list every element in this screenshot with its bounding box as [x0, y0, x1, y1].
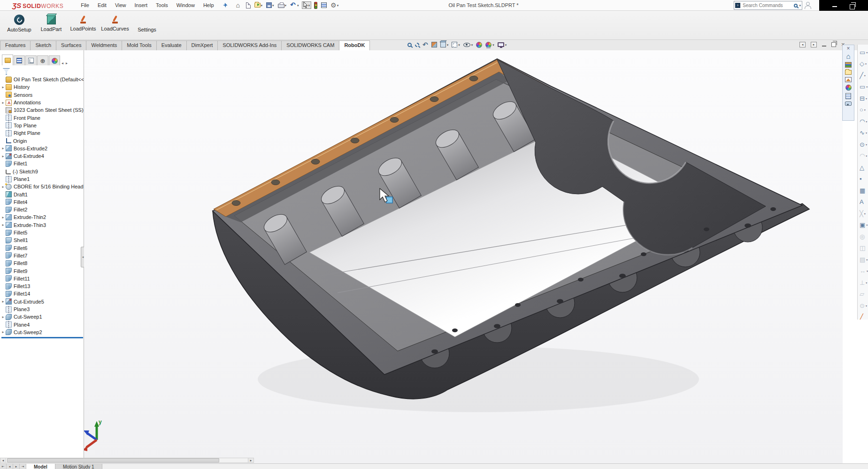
expand-arrow-icon[interactable]: ▸	[1, 299, 5, 304]
sketch-tool-dropdown[interactable]: ▾	[866, 223, 868, 227]
command-tab[interactable]: DimXpert	[186, 40, 218, 50]
task-pane-close-icon[interactable]: ×	[846, 46, 850, 51]
zoom-to-fit-button[interactable]	[407, 43, 412, 47]
sketch-tool-button[interactable]: ▭ ▾	[860, 47, 868, 58]
window-minimize-button[interactable]	[832, 6, 837, 7]
document-minimize-button[interactable]	[822, 46, 826, 47]
undo-dropdown[interactable]: ▾	[297, 4, 299, 7]
expand-arrow-icon[interactable]: ▸	[1, 215, 5, 219]
tree-root-item[interactable]: Oil Pan Test Sketch (Default<<Default>_	[1, 76, 84, 83]
tree-item[interactable]: ▸ Fillet5	[1, 229, 84, 236]
expand-arrow-icon[interactable]: ▸	[1, 223, 5, 227]
sketch-tool-button[interactable]: ◇ ▾	[860, 58, 867, 70]
tree-item[interactable]: ▸ Cut-Extrude4	[1, 152, 84, 160]
print-button[interactable]: ▾	[277, 2, 288, 8]
options-dropdown[interactable]: ▾	[337, 4, 339, 7]
tree-item[interactable]: ▸ Fillet6	[1, 244, 84, 252]
view-settings-dropdown[interactable]: ▾	[505, 43, 507, 47]
tree-item[interactable]: ▸ Fillet9	[1, 267, 84, 274]
edit-appearance-button[interactable]	[476, 42, 482, 48]
ribbon-tool-button[interactable]: AutoSetup	[5, 15, 34, 32]
search-input[interactable]	[742, 2, 792, 8]
save-button[interactable]: ▾	[265, 2, 275, 8]
command-tab[interactable]: Sketch	[30, 40, 56, 50]
tree-item[interactable]: ▸ 1023 Carbon Steel Sheet (SS)	[1, 106, 84, 114]
sketch-tool-dropdown[interactable]: ▾	[866, 143, 867, 146]
sketch-tool-dropdown[interactable]: ▾	[866, 258, 868, 261]
tab-configuration-manager[interactable]	[25, 55, 37, 65]
window-restore-button[interactable]	[850, 4, 855, 9]
tree-item[interactable]: ▸ Annotations	[1, 99, 84, 106]
tree-item[interactable]: ▸ Cut-Sweep1	[1, 313, 84, 320]
command-tab[interactable]: Surfaces	[56, 40, 86, 50]
sketch-tool-button[interactable]: ╱ ▾	[860, 312, 863, 320]
ribbon-tool-button[interactable]: Settings	[132, 15, 161, 32]
sketch-tool-button[interactable]: △ ▾	[860, 162, 864, 173]
search-commands-box[interactable]: › ▾	[734, 1, 802, 10]
command-tab[interactable]: Mold Tools	[122, 40, 156, 50]
tab-property-manager[interactable]	[14, 55, 25, 65]
home-icon[interactable]: ⌂	[846, 53, 850, 60]
tree-item[interactable]: ▸ Extrude-Thin2	[1, 213, 84, 221]
ribbon-tool-button[interactable]: LoadPoints	[69, 15, 98, 32]
tree-item[interactable]: ▸ Fillet14	[1, 290, 84, 297]
open-dropdown[interactable]: ▾	[261, 4, 263, 7]
tree-item[interactable]: ▸ Shell1	[1, 236, 84, 244]
undo-button[interactable]: ↶▾	[289, 1, 300, 9]
tree-item[interactable]: ▸ Right Plane	[1, 129, 84, 137]
scroll-right-button[interactable]: ▸	[248, 458, 253, 462]
tree-item[interactable]: ▸ CBORE for 5/16 Binding Head Machi	[1, 183, 84, 190]
tree-item[interactable]: ▸ Plane1	[1, 175, 84, 183]
apply-scene-dropdown[interactable]: ▾	[492, 43, 494, 47]
expand-arrow-icon[interactable]: ▸	[1, 330, 5, 334]
previous-view-button[interactable]: ↶	[422, 41, 428, 48]
design-library-icon[interactable]	[845, 62, 852, 68]
sketch-tool-button[interactable]: ⊥ ▾	[860, 277, 867, 289]
expand-arrow-icon[interactable]: ▸	[1, 101, 5, 105]
dock-left-icon[interactable]: ◂	[799, 42, 806, 47]
view-settings-button[interactable]: ▾	[498, 42, 507, 47]
sketch-tool-button[interactable]: ▪ ▾	[860, 173, 862, 185]
tab-display-manager[interactable]	[49, 55, 60, 65]
sketch-tool-button[interactable]: ◠ ▾	[860, 150, 867, 162]
forum-icon[interactable]	[845, 102, 852, 106]
command-tab[interactable]: SOLIDWORKS CAM	[281, 40, 339, 50]
sketch-tool-button[interactable]: A ▾	[860, 196, 864, 208]
sketch-tool-dropdown[interactable]: ▾	[866, 304, 867, 307]
sketch-tool-button[interactable]: ╳ ▾	[860, 208, 866, 219]
command-tab[interactable]: Weldments	[86, 40, 122, 50]
panel-tabs-left-arrow[interactable]: ◂	[61, 61, 64, 65]
menu-item[interactable]: Edit	[93, 1, 111, 9]
home-button[interactable]: ⌂	[235, 2, 243, 9]
sketch-tool-dropdown[interactable]: ▾	[865, 62, 867, 65]
print-dropdown[interactable]: ▾	[285, 4, 287, 7]
next-tab-button[interactable]: ▸	[13, 464, 20, 469]
filter-funnel-icon[interactable]	[3, 68, 10, 75]
sketch-tool-button[interactable]: ◎ ▾	[860, 231, 865, 242]
sketch-tool-button[interactable]: ∿ ▾	[860, 127, 867, 139]
pin-icon[interactable]	[223, 3, 228, 8]
document-restore-button[interactable]	[831, 42, 836, 47]
search-icon[interactable]	[794, 4, 798, 8]
expand-arrow-icon[interactable]: ▸	[1, 146, 5, 150]
hide-show-dropdown[interactable]: ▾	[471, 43, 473, 47]
sketch-tool-button[interactable]: ○ ▾	[860, 104, 866, 116]
sketch-tool-button[interactable]: ◠ ▾	[860, 116, 867, 127]
custom-properties-icon[interactable]	[845, 93, 851, 99]
tab-feature-manager[interactable]	[2, 55, 13, 65]
sketch-tool-button[interactable]: ▤ ▾	[860, 254, 868, 266]
menu-item[interactable]: Tools	[152, 1, 172, 9]
sketch-tool-dropdown[interactable]: ▾	[864, 212, 866, 215]
sketch-tool-dropdown[interactable]: ▾	[864, 74, 866, 77]
sketch-tool-button[interactable]: ⊙ ▾	[860, 300, 867, 312]
view-palette-icon[interactable]	[845, 77, 852, 82]
last-tab-button[interactable]: ⇥	[20, 464, 26, 469]
rollback-bar[interactable]	[1, 337, 83, 338]
appearances-icon[interactable]	[845, 85, 852, 91]
menu-item[interactable]: Window	[172, 1, 199, 9]
sketch-tool-button[interactable]: ▭ ▾	[860, 81, 868, 93]
tree-item[interactable]: ▸ Plane4	[1, 321, 84, 328]
sketch-tool-button[interactable]: ▦ ▾	[860, 185, 865, 196]
sketch-tool-button[interactable]: ▣ ▾	[860, 219, 868, 231]
file-explorer-icon[interactable]	[845, 70, 852, 75]
